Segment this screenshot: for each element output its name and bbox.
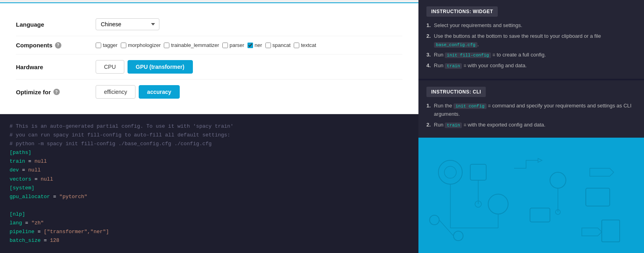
- widget-instructions-title: INSTRUCTIONS: WIDGET: [426, 6, 498, 17]
- svg-point-2: [488, 194, 508, 214]
- svg-rect-5: [530, 208, 550, 222]
- component-trainable-lemmatizer[interactable]: trainable_lemmatizer: [164, 42, 219, 48]
- widget-step-3: 3. Run init fill-config ≡ to create a fu…: [426, 51, 636, 59]
- code-system-bracket: [system]: [10, 184, 409, 193]
- svg-point-0: [438, 160, 462, 184]
- decorative-pattern: [418, 138, 644, 253]
- widget-step-1: 1. Select your requirements and settings…: [426, 21, 636, 30]
- svg-rect-7: [602, 220, 620, 242]
- code-vectors: vectors = null: [10, 175, 409, 184]
- cli-instructions-list: 1. Run the init config ≡ command and spe…: [426, 102, 636, 129]
- language-label: Language: [16, 21, 96, 28]
- code-empty-1: [10, 201, 409, 210]
- svg-point-1: [444, 166, 456, 178]
- instructions-cli-section: INSTRUCTIONS: CLI 1. Run the init config…: [418, 80, 644, 138]
- svg-point-16: [454, 231, 463, 241]
- language-controls: Chinese English German French Spanish Mu…: [96, 18, 159, 30]
- components-controls: tagger morphologizer trainable_lemmatize…: [96, 42, 316, 48]
- svg-marker-18: [538, 158, 542, 162]
- trainable-lemmatizer-checkbox[interactable]: [164, 43, 169, 48]
- accuracy-button[interactable]: accuracy: [139, 85, 180, 99]
- svg-point-15: [430, 215, 439, 225]
- optimize-help-icon[interactable]: ?: [53, 89, 60, 95]
- train-badge-2: train: [445, 123, 462, 128]
- code-area: # This is an auto-generated partial conf…: [0, 114, 418, 253]
- left-panel: Language Chinese English German French S…: [0, 0, 418, 253]
- optimize-label: Optimize for ?: [16, 89, 96, 95]
- code-batch-size: batch_size = 128: [10, 236, 409, 245]
- cli-step-1: 1. Run the init config ≡ command and spe…: [426, 102, 636, 119]
- code-train: train = null: [10, 157, 409, 166]
- right-panel: INSTRUCTIONS: WIDGET 1. Select your requ…: [418, 0, 644, 253]
- optimize-row: Optimize for ? efficiency accuracy: [16, 80, 402, 104]
- svg-point-3: [550, 172, 566, 188]
- morphologizer-checkbox[interactable]: [121, 43, 126, 48]
- top-bar: [0, 0, 418, 3]
- widget-step-2: 2. Use the buttons at the bottom to save…: [426, 32, 636, 49]
- svg-rect-4: [470, 164, 486, 180]
- train-badge-1: train: [445, 63, 462, 69]
- component-spancat[interactable]: spancat: [265, 42, 291, 48]
- language-row: Language Chinese English German French S…: [16, 13, 402, 36]
- config-area: Language Chinese English German French S…: [0, 3, 418, 114]
- code-paths-bracket: [paths]: [10, 148, 409, 157]
- code-gpu-allocator: gpu_allocator = "pytorch": [10, 193, 409, 201]
- base-config-badge: base_config.cfg: [434, 42, 477, 48]
- init-fill-config-badge: init fill-config: [445, 53, 491, 58]
- widget-instructions-list: 1. Select your requirements and settings…: [426, 21, 636, 70]
- hardware-label: Hardware: [16, 64, 96, 70]
- cli-step-2: 2. Run train ≡ with the exported config …: [426, 121, 636, 129]
- cyan-background: CSDN @飕萧潇: [418, 138, 644, 253]
- efficiency-button[interactable]: efficiency: [96, 85, 135, 99]
- tagger-checkbox[interactable]: [96, 43, 101, 48]
- init-config-badge: init config: [454, 103, 487, 109]
- gpu-button[interactable]: GPU (transformer): [128, 60, 193, 74]
- hardware-row: Hardware CPU GPU (transformer): [16, 54, 402, 80]
- component-parser[interactable]: parser: [222, 42, 244, 48]
- component-tagger[interactable]: tagger: [96, 42, 118, 48]
- ner-checkbox[interactable]: [247, 43, 253, 48]
- code-comment-3: # python -m spacy init fill-config ./bas…: [10, 140, 409, 148]
- code-empty-2: [10, 245, 409, 253]
- component-ner[interactable]: ner: [247, 42, 262, 48]
- code-pipeline: pipeline = ["transformer","ner"]: [10, 228, 409, 236]
- code-dev: dev = null: [10, 166, 409, 175]
- optimize-controls: efficiency accuracy: [96, 85, 180, 99]
- cpu-button[interactable]: CPU: [96, 60, 124, 74]
- hardware-controls: CPU GPU (transformer): [96, 60, 193, 74]
- code-nlp-bracket: [nlp]: [10, 210, 409, 219]
- instructions-widget-section: INSTRUCTIONS: WIDGET 1. Select your requ…: [418, 0, 644, 79]
- component-textcat[interactable]: textcat: [294, 42, 316, 48]
- svg-rect-6: [586, 188, 610, 206]
- code-comment-1: # This is an auto-generated partial conf…: [10, 122, 409, 131]
- code-comment-2: # you can run spacy init fill-config to …: [10, 131, 409, 140]
- widget-step-4: 4. Run train ≡ with your config and data…: [426, 62, 636, 70]
- components-label: Components ?: [16, 42, 96, 49]
- code-lang: lang = "zh": [10, 219, 409, 228]
- spancat-checkbox[interactable]: [265, 43, 271, 48]
- textcat-checkbox[interactable]: [294, 43, 299, 48]
- components-row: Components ? tagger morphologizer traina…: [16, 36, 402, 54]
- parser-checkbox[interactable]: [222, 43, 228, 48]
- components-help-icon[interactable]: ?: [55, 42, 61, 49]
- cli-instructions-title: INSTRUCTIONS: CLI: [426, 87, 486, 97]
- component-morphologizer[interactable]: morphologizer: [121, 42, 161, 48]
- language-select[interactable]: Chinese English German French Spanish Mu…: [96, 18, 159, 30]
